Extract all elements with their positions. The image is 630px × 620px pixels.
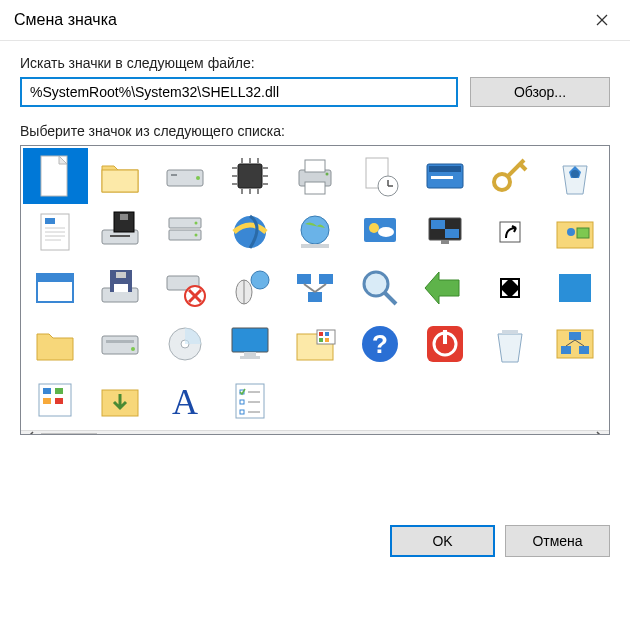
icon-font-a[interactable]: A	[153, 372, 218, 428]
icon-magnifier[interactable]	[347, 260, 412, 316]
svg-rect-36	[45, 218, 55, 224]
dialog-title: Смена значка	[14, 11, 117, 29]
icon-control-panel[interactable]	[23, 372, 88, 428]
svg-point-34	[571, 170, 579, 178]
browse-button[interactable]: Обзор...	[470, 77, 610, 107]
icon-shortcut-arrow[interactable]	[477, 204, 542, 260]
svg-rect-108	[579, 346, 589, 354]
ok-button[interactable]: OK	[390, 525, 495, 557]
svg-rect-44	[110, 235, 130, 237]
svg-rect-97	[319, 338, 323, 342]
svg-point-81	[364, 272, 388, 296]
icon-recycle-bin-empty[interactable]	[477, 316, 542, 372]
svg-rect-85	[102, 336, 138, 354]
titlebar: Смена значка	[0, 0, 630, 41]
svg-rect-7	[238, 164, 262, 188]
svg-rect-107	[561, 346, 571, 354]
svg-rect-3	[102, 170, 138, 192]
svg-point-47	[195, 222, 198, 225]
scroll-left-arrow[interactable]	[21, 431, 41, 435]
svg-line-33	[520, 164, 526, 170]
svg-point-87	[131, 347, 135, 351]
icon-blue-square[interactable]	[542, 260, 607, 316]
icon-power-shutdown[interactable]	[412, 316, 477, 372]
icon-folder-download[interactable]	[88, 372, 153, 428]
svg-rect-43	[120, 214, 128, 220]
svg-rect-30	[431, 176, 453, 179]
icon-optical-disc[interactable]	[153, 316, 218, 372]
icon-fullscreen-arrows[interactable]	[477, 260, 542, 316]
icon-weather[interactable]	[347, 204, 412, 260]
icon-hard-drive-2[interactable]	[88, 316, 153, 372]
svg-point-5	[196, 176, 200, 180]
svg-rect-58	[441, 240, 449, 244]
icon-globe-network[interactable]	[283, 204, 348, 260]
svg-rect-64	[37, 274, 73, 282]
svg-rect-90	[232, 328, 268, 352]
cancel-button[interactable]: Отмена	[505, 525, 610, 557]
svg-rect-6	[171, 174, 177, 176]
icon-list: ? A	[20, 145, 610, 435]
svg-rect-76	[297, 274, 311, 284]
scroll-right-arrow[interactable]	[589, 431, 609, 435]
close-button[interactable]	[586, 8, 618, 32]
svg-point-50	[301, 216, 329, 244]
horizontal-scrollbar[interactable]	[21, 430, 609, 435]
svg-rect-96	[325, 332, 329, 336]
icon-folder-user[interactable]	[542, 204, 607, 260]
icon-network-computers[interactable]	[283, 260, 348, 316]
svg-rect-95	[319, 332, 323, 336]
close-icon	[596, 14, 608, 26]
icon-recycle-bin-full[interactable]	[542, 148, 607, 204]
svg-rect-68	[114, 284, 128, 292]
svg-text:A: A	[172, 382, 198, 422]
icon-save-floppy[interactable]	[88, 260, 153, 316]
icon-window[interactable]	[23, 260, 88, 316]
icon-mouse-globe[interactable]	[218, 260, 283, 316]
icon-drive-error[interactable]	[153, 260, 218, 316]
svg-rect-113	[55, 388, 63, 394]
svg-point-61	[567, 228, 575, 236]
icon-run-dialog[interactable]	[412, 148, 477, 204]
icon-monitor[interactable]	[218, 316, 283, 372]
svg-rect-104	[502, 330, 518, 334]
scroll-thumb[interactable]	[41, 433, 97, 435]
svg-line-82	[385, 293, 396, 304]
svg-rect-29	[429, 166, 461, 172]
svg-rect-78	[308, 292, 322, 302]
icon-folder-plain[interactable]	[23, 316, 88, 372]
icon-grid: ? A	[21, 146, 609, 430]
icon-document-clock[interactable]	[347, 148, 412, 204]
icon-folder[interactable]	[88, 148, 153, 204]
svg-rect-57	[445, 229, 459, 238]
icon-printer[interactable]	[283, 148, 348, 204]
icon-cpu-chip[interactable]	[218, 148, 283, 204]
svg-rect-106	[569, 332, 581, 340]
icon-green-arrow-left[interactable]	[412, 260, 477, 316]
icon-display-checker[interactable]	[412, 204, 477, 260]
svg-point-54	[378, 227, 394, 237]
icon-path-input[interactable]	[20, 77, 458, 107]
icon-blank-document[interactable]	[23, 148, 88, 204]
icon-gold-key[interactable]	[477, 148, 542, 204]
icon-checklist[interactable]	[218, 372, 283, 428]
icon-internet-explorer[interactable]	[218, 204, 283, 260]
svg-rect-21	[305, 160, 325, 172]
svg-rect-112	[43, 388, 51, 394]
svg-rect-77	[319, 274, 333, 284]
icon-rich-text-document[interactable]	[23, 204, 88, 260]
svg-rect-67	[116, 272, 126, 278]
svg-text:?: ?	[372, 329, 388, 359]
svg-point-53	[369, 223, 379, 233]
icon-help-question[interactable]: ?	[347, 316, 412, 372]
icon-floppy-drive[interactable]	[88, 204, 153, 260]
icon-folder-apps[interactable]	[283, 316, 348, 372]
svg-rect-92	[240, 356, 260, 359]
path-label: Искать значки в следующем файле:	[20, 55, 610, 71]
icon-drive-stack[interactable]	[153, 204, 218, 260]
svg-rect-56	[431, 220, 445, 229]
icon-network-chart[interactable]	[542, 316, 607, 372]
icon-hard-drive[interactable]	[153, 148, 218, 204]
scroll-track[interactable]	[41, 431, 589, 435]
svg-rect-51	[301, 244, 329, 248]
